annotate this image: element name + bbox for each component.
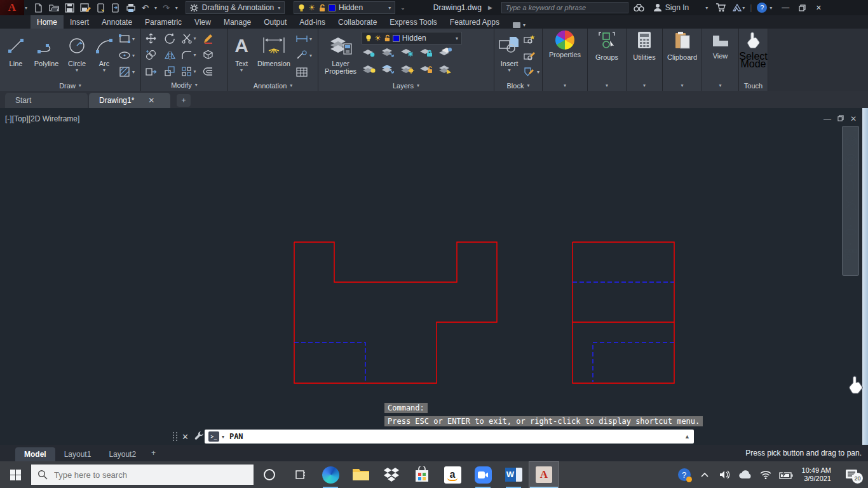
- layer-match-icon[interactable]: [438, 47, 453, 60]
- new-file-icon[interactable]: [34, 3, 43, 13]
- command-input[interactable]: >_ ▾ PAN ▲: [205, 430, 694, 444]
- taskbar-search[interactable]: [31, 464, 254, 485]
- save-to-mobile-icon[interactable]: [111, 3, 120, 13]
- taskbar-app-dropbox[interactable]: [376, 461, 407, 488]
- zoom-caret-icon[interactable]: ▾: [850, 217, 852, 220]
- tray-onedrive-icon[interactable]: [737, 461, 754, 488]
- file-tab-start[interactable]: Start: [5, 93, 88, 108]
- sign-in-caret-icon[interactable]: ▾: [705, 5, 708, 11]
- tray-chevron-up-icon[interactable]: [696, 461, 713, 488]
- viewport-restore-button[interactable]: [837, 114, 844, 123]
- arc-caret-icon[interactable]: ▾: [103, 67, 105, 73]
- restore-button[interactable]: [795, 1, 809, 14]
- leader-button[interactable]: ▾: [295, 48, 312, 62]
- panel-utilities[interactable]: Utilities ▾: [627, 29, 663, 91]
- command-drag-handle[interactable]: [173, 432, 178, 441]
- tab-layout2[interactable]: Layout2: [100, 447, 145, 461]
- erase-button[interactable]: [202, 32, 214, 44]
- taskbar-app-word[interactable]: W: [498, 461, 529, 488]
- ellipse-button[interactable]: ▾: [118, 48, 135, 62]
- layer-current-icon[interactable]: [438, 64, 453, 77]
- minimize-button[interactable]: —: [778, 1, 792, 14]
- steering-wheel-icon[interactable]: [844, 153, 858, 170]
- open-from-mobile-icon[interactable]: [97, 3, 105, 13]
- circle-button[interactable]: Circle ▾: [64, 30, 90, 73]
- command-expand-icon[interactable]: ▲: [684, 433, 690, 440]
- task-view-button[interactable]: [285, 461, 315, 488]
- tray-wifi-icon[interactable]: [757, 461, 774, 488]
- orbit-icon[interactable]: [844, 223, 858, 240]
- modify-panel-label[interactable]: Modify▾: [141, 79, 227, 90]
- insert-button[interactable]: Insert ▾: [497, 30, 522, 73]
- tray-volume-icon[interactable]: [717, 461, 733, 488]
- rotate-button[interactable]: [164, 32, 176, 44]
- tab-output[interactable]: Output: [257, 15, 293, 29]
- trim-button[interactable]: ▾: [181, 32, 196, 44]
- tab-featured-apps[interactable]: Featured Apps: [444, 15, 506, 29]
- panel-properties[interactable]: Properties ▾: [543, 29, 588, 91]
- open-file-icon[interactable]: [49, 3, 59, 12]
- taskbar-app-autocad[interactable]: A: [529, 461, 559, 488]
- array-button[interactable]: ▾: [181, 66, 196, 77]
- create-block-button[interactable]: [523, 32, 539, 46]
- undo-caret-icon[interactable]: ▾: [154, 5, 157, 11]
- layer-thaw-icon[interactable]: [400, 64, 415, 77]
- taskbar-app-amazon[interactable]: a: [437, 461, 468, 488]
- select-mode-hand-icon[interactable]: [745, 30, 762, 52]
- pan-icon[interactable]: [844, 179, 858, 195]
- ribbon-display-toggle[interactable]: ▾: [512, 22, 526, 29]
- help-icon[interactable]: ?: [757, 3, 767, 13]
- wheel-caret-icon[interactable]: ▾: [850, 172, 852, 176]
- draw-panel-label[interactable]: Draw▾: [0, 80, 140, 91]
- taskbar-app-microsoft-store[interactable]: [407, 461, 437, 488]
- explode-button[interactable]: [202, 49, 214, 60]
- layer-off-icon[interactable]: [362, 64, 377, 77]
- orbit-caret-icon[interactable]: ▾: [850, 242, 852, 246]
- table-button[interactable]: [295, 65, 312, 79]
- tab-layout1[interactable]: Layout1: [55, 447, 100, 461]
- taskbar-app-zoom[interactable]: [468, 461, 498, 488]
- panel-clipboard[interactable]: Clipboard ▾: [663, 29, 702, 91]
- taskbar-app-edge[interactable]: [315, 461, 346, 488]
- save-as-icon[interactable]: [80, 3, 91, 13]
- select-mode-label[interactable]: Select Mode: [739, 53, 767, 68]
- command-prompt-icon[interactable]: >_: [208, 431, 219, 442]
- action-center-button[interactable]: 20: [839, 461, 864, 488]
- panel-view[interactable]: View ▾: [702, 29, 739, 91]
- rectangle-button[interactable]: ▾: [118, 32, 135, 46]
- taskbar-search-input[interactable]: [54, 470, 232, 480]
- help-search-input[interactable]: [501, 2, 628, 13]
- edit-block-button[interactable]: [523, 48, 539, 62]
- binoculars-search-icon[interactable]: [634, 4, 644, 12]
- new-drawing-tab-button[interactable]: +: [177, 94, 191, 107]
- file-tab-drawing1[interactable]: Drawing1* ✕: [89, 93, 170, 108]
- scale-button[interactable]: [164, 65, 175, 77]
- insert-caret-icon[interactable]: ▾: [508, 67, 510, 73]
- copy-button[interactable]: [145, 50, 157, 60]
- linear-dimension-button[interactable]: ▾: [295, 32, 312, 46]
- command-close-icon[interactable]: ✕: [182, 432, 189, 442]
- workspace-dropdown[interactable]: Drafting & Annotation ▾: [186, 1, 285, 14]
- mirror-button[interactable]: [164, 50, 176, 60]
- autocad-app-menu[interactable]: A: [0, 0, 24, 15]
- help-caret-icon[interactable]: ▾: [770, 5, 772, 11]
- dimension-button[interactable]: Dimension: [254, 30, 294, 67]
- stretch-button[interactable]: [145, 66, 157, 77]
- save-icon[interactable]: [65, 3, 74, 13]
- autodesk-360-icon[interactable]: [732, 3, 742, 12]
- annotation-panel-label[interactable]: Annotation▾: [228, 80, 318, 91]
- arc-button[interactable]: Arc ▾: [92, 30, 117, 73]
- layer-dropdown[interactable]: ☀ Hidden ▾: [362, 32, 462, 44]
- layer-freeze-icon[interactable]: [400, 47, 415, 60]
- tab-add-ins[interactable]: Add-ins: [293, 15, 332, 29]
- tray-battery-icon[interactable]: [778, 461, 794, 488]
- command-customize-icon[interactable]: [194, 430, 205, 444]
- text-caret-icon[interactable]: ▾: [240, 67, 243, 73]
- zoom-extents-icon[interactable]: [844, 198, 858, 214]
- define-attributes-button[interactable]: ▾: [523, 65, 539, 79]
- hatch-button[interactable]: ▾: [118, 65, 135, 79]
- undo-button[interactable]: ↶: [142, 3, 149, 13]
- a360-caret-icon[interactable]: ▾: [742, 5, 745, 11]
- tab-parametric[interactable]: Parametric: [139, 15, 188, 29]
- viewport-minimize-button[interactable]: —: [824, 114, 831, 123]
